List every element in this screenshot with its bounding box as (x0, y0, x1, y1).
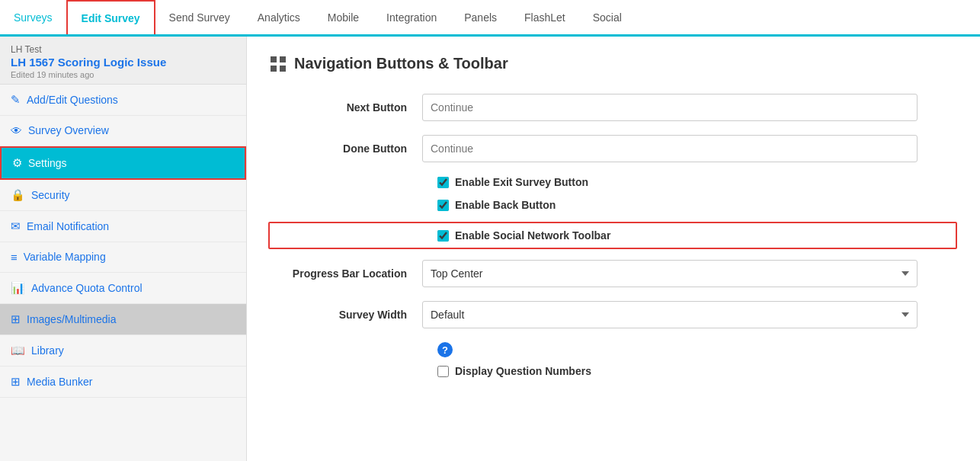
enable-social-network-toolbar-row: Enable Social Network Toolbar (268, 222, 957, 249)
sidebar-item-survey-overview[interactable]: 👁 Survey Overview (0, 116, 246, 146)
sidebar-item-label: Library (31, 344, 64, 357)
progress-bar-select[interactable]: Top Center Bottom Center None (422, 260, 918, 287)
enable-back-button-row: Enable Back Button (270, 199, 957, 211)
section-title-text: Navigation Buttons & Toolbar (294, 55, 508, 72)
sidebar-item-variable-mapping[interactable]: ≡ Variable Mapping (0, 242, 246, 273)
next-button-row: Next Button (270, 94, 957, 121)
enable-exit-survey-checkbox[interactable] (437, 177, 449, 188)
sidebar-item-label: Add/Edit Questions (27, 94, 118, 106)
nav-analytics[interactable]: Analytics (244, 0, 314, 34)
main-layout: LH Test LH 1567 Scoring Logic Issue Edit… (0, 37, 980, 461)
sidebar-item-label: Advance Quota Control (31, 282, 143, 294)
section-title: Navigation Buttons & Toolbar (270, 55, 957, 72)
sidebar-item-advance-quota-control[interactable]: 📊 Advance Quota Control (0, 273, 246, 304)
display-question-numbers-label: Display Question Numbers (455, 365, 591, 377)
book-icon: 📖 (11, 344, 25, 357)
sidebar-item-media-bunker[interactable]: ⊞ Media Bunker (0, 367, 246, 398)
nav-edit-survey[interactable]: Edit Survey (66, 0, 155, 34)
gear-icon: ⚙ (12, 156, 22, 170)
svg-rect-1 (280, 56, 286, 62)
nav-mobile[interactable]: Mobile (314, 0, 373, 34)
survey-width-select[interactable]: Default Custom (422, 301, 918, 328)
sidebar-item-library[interactable]: 📖 Library (0, 335, 246, 367)
nav-surveys[interactable]: Surveys (0, 0, 66, 34)
sidebar-item-label: Email Notification (27, 220, 109, 232)
list-icon: ≡ (11, 251, 18, 264)
survey-width-label: Survey Width (270, 309, 422, 321)
display-question-numbers-checkbox[interactable] (437, 366, 449, 377)
enable-back-button-label: Enable Back Button (455, 199, 556, 211)
svg-rect-2 (271, 66, 277, 72)
sidebar-item-label: Settings (28, 157, 67, 169)
enable-social-network-toolbar-checkbox[interactable] (437, 230, 449, 242)
sidebar-item-images-multimedia[interactable]: ⊞ Images/Multimedia (0, 304, 246, 335)
sidebar-item-email-notification[interactable]: ✉ Email Notification (0, 211, 246, 242)
nav-social[interactable]: Social (579, 0, 636, 34)
svg-rect-3 (280, 66, 286, 72)
grid-section-icon (270, 56, 287, 72)
enable-exit-survey-label: Enable Exit Survey Button (455, 176, 588, 188)
done-button-row: Done Button (270, 135, 957, 162)
edit-icon: ✎ (11, 93, 21, 107)
sidebar-header-title: LH 1567 Scoring Logic Issue (11, 55, 235, 70)
done-button-label: Done Button (270, 142, 422, 155)
email-icon: ✉ (11, 219, 21, 233)
grid2-icon: ⊞ (11, 375, 21, 389)
nav-panels[interactable]: Panels (450, 0, 511, 34)
progress-bar-label: Progress Bar Location (270, 267, 422, 280)
nav-integration[interactable]: Integration (373, 0, 450, 34)
help-icon[interactable]: ? (437, 342, 453, 357)
sidebar-item-label: Security (31, 189, 70, 201)
main-content: Navigation Buttons & Toolbar Next Button… (247, 37, 980, 461)
sidebar-item-label: Survey Overview (28, 124, 109, 136)
sidebar-header-sub: Edited 19 minutes ago (11, 70, 235, 79)
enable-exit-survey-row: Enable Exit Survey Button (270, 176, 957, 188)
sidebar-item-label: Variable Mapping (24, 251, 106, 263)
sidebar-item-security[interactable]: 🔒 Security (0, 180, 246, 211)
sidebar-item-settings[interactable]: ⚙ Settings (0, 146, 246, 180)
sidebar-header: LH Test LH 1567 Scoring Logic Issue Edit… (0, 37, 246, 85)
eye-icon: 👁 (11, 124, 22, 137)
progress-bar-row: Progress Bar Location Top Center Bottom … (270, 260, 957, 287)
sidebar-item-label: Media Bunker (27, 376, 92, 388)
svg-rect-0 (271, 56, 277, 62)
enable-social-network-toolbar-label: Enable Social Network Toolbar (455, 229, 610, 242)
sidebar-item-label: Images/Multimedia (27, 313, 117, 325)
top-nav: Surveys Edit Survey Send Survey Analytic… (0, 0, 980, 37)
survey-width-row: Survey Width Default Custom (270, 301, 957, 328)
nav-flashlet[interactable]: FlashLet (511, 0, 579, 34)
lock-icon: 🔒 (11, 188, 25, 202)
done-button-input[interactable] (422, 135, 918, 162)
next-button-input[interactable] (422, 94, 918, 121)
enable-back-button-checkbox[interactable] (437, 200, 449, 211)
sidebar-item-add-edit-questions[interactable]: ✎ Add/Edit Questions (0, 85, 246, 116)
nav-send-survey[interactable]: Send Survey (155, 0, 244, 34)
display-question-numbers-row: Display Question Numbers (270, 365, 957, 377)
sidebar-header-top: LH Test (11, 44, 235, 55)
chart-icon: 📊 (11, 281, 25, 295)
grid-icon: ⊞ (11, 312, 21, 326)
next-button-label: Next Button (270, 101, 422, 114)
sidebar: LH Test LH 1567 Scoring Logic Issue Edit… (0, 37, 247, 461)
